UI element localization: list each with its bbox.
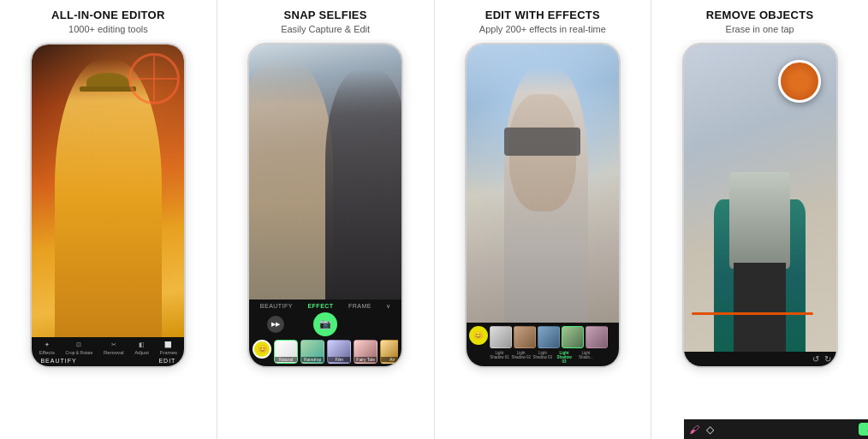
removal-label: Removal (104, 350, 124, 355)
effect-thumb-3[interactable] (538, 326, 560, 348)
panel4-subtitle: Erase in one tap (658, 24, 861, 34)
adjust-tool[interactable]: ◧ Adjust (134, 341, 149, 355)
effects-icon: ✦ (45, 341, 50, 348)
panel2-subtitle: Easily Capture & Edit (224, 24, 427, 34)
filter-film[interactable]: Film (327, 340, 351, 364)
effect-label-5: Light Shado... (576, 351, 596, 364)
panel2-camera-ui: BEAUTIFY EFFECT FRAME ∨ ▶▶ 📷 😊 (249, 300, 401, 366)
video-icon: ▶▶ (271, 321, 280, 328)
panel1-toolbar: ✦ Effects ⊡ Crop & Rotate ✂ Removal ◧ Ad… (32, 337, 184, 366)
camera-mode-tabs: BEAUTIFY EFFECT FRAME ∨ (253, 303, 398, 310)
camera-icon: 📷 (319, 318, 331, 329)
panel2-header: SNAP SELFIES Easily Capture & Edit (217, 0, 434, 39)
frame-tab[interactable]: FRAME (348, 303, 372, 310)
effect-label-4: Light Shadow 03 (554, 351, 574, 364)
frames-label: Frames (160, 350, 177, 355)
panel2-title: SNAP SELFIES (224, 9, 427, 22)
panel2-phone: BEAUTIFY EFFECT FRAME ∨ ▶▶ 📷 😊 (247, 43, 403, 368)
panel1-phone: ✦ Effects ⊡ Crop & Rotate ✂ Removal ◧ Ad… (30, 43, 186, 368)
crop-label: Crop & Rotate (66, 350, 93, 355)
effect-thumb-5[interactable] (586, 326, 608, 348)
adjust-label: Adjust (134, 350, 149, 355)
effects-label: Effects (39, 350, 55, 355)
panel-remove-objects: REMOVE OBJECTS Erase in one tap (651, 0, 868, 439)
filter-fairy-tale[interactable]: Fairy Tale (354, 340, 378, 364)
emoji-sticker[interactable]: 😊 (253, 340, 271, 359)
panel4-toolbar: 🖌 ◇ Apply ↺ ↻ (684, 352, 836, 366)
effect-label-1: Light Shadow 01 (490, 351, 509, 364)
effect-thumb-1[interactable] (490, 326, 512, 348)
undo-redo-row: ↺ ↻ (684, 354, 836, 366)
filter-raindrop-label: Raindrop (301, 357, 324, 362)
removal-tool[interactable]: ✂ Removal (104, 341, 124, 355)
sunglasses (504, 128, 580, 156)
panel3-title: EDIT WITH EFFECTS (442, 9, 645, 22)
effect-label-3: Light Shadow 03 (532, 351, 552, 364)
hat (86, 73, 129, 92)
crop-tool[interactable]: ⊡ Crop & Rotate (66, 341, 93, 355)
filter-thumbnails: 😊 Natural Raindrop Film Fairy Tale Air (253, 340, 398, 364)
panel4-title: REMOVE OBJECTS (658, 9, 861, 22)
panel2-screen: BEAUTIFY EFFECT FRAME ∨ ▶▶ 📷 😊 (249, 44, 401, 366)
toolbar-icons-row: ✦ Effects ⊡ Crop & Rotate ✂ Removal ◧ Ad… (33, 341, 182, 355)
panel-all-in-one: ALL-IN-ONE EDITOR 1000+ editing tools ✦ … (0, 0, 217, 439)
filter-natural-label: Natural (275, 357, 297, 362)
effect-items (490, 326, 608, 348)
panel3-header: EDIT WITH EFFECTS Apply 200+ effects in … (435, 0, 651, 39)
panel1-header: ALL-IN-ONE EDITOR 1000+ editing tools (0, 0, 217, 39)
panel4-photo (684, 44, 836, 352)
filter-air[interactable]: Air (380, 340, 398, 364)
beautify-section-label: BEAUTIFY (40, 358, 76, 364)
panel2-photo (249, 44, 401, 300)
panel1-screen: ✦ Effects ⊡ Crop & Rotate ✂ Removal ◧ Ad… (32, 44, 184, 366)
panel3-photo (467, 44, 619, 323)
spacer (366, 316, 383, 333)
adjust-icon: ◧ (139, 341, 145, 348)
effects-tool[interactable]: ✦ Effects (39, 341, 55, 355)
silver-jacket (729, 172, 790, 269)
more-icon[interactable]: ∨ (386, 303, 390, 310)
toolbar-sections: BEAUTIFY EDIT (33, 358, 182, 364)
panel3-screen: 😊 Light Shadow 01 Light Shadow 02 Light … (467, 44, 619, 366)
filter-fairytale-label: Fairy Tale (354, 357, 377, 362)
person-right (325, 69, 401, 299)
panel-snap-selfies: SNAP SELFIES Easily Capture & Edit BEAUT… (217, 0, 435, 439)
person-panel4 (684, 75, 836, 352)
frames-icon: ⬜ (164, 341, 172, 348)
panel3-subtitle: Apply 200+ effects in real-time (442, 24, 645, 34)
panel4-screen: 🖌 ◇ Apply ↺ ↻ (684, 44, 836, 366)
panel4-phone: 🖌 ◇ Apply ↺ ↻ (682, 43, 838, 368)
panel1-subtitle: 1000+ editing tools (7, 24, 210, 34)
filter-raindrop[interactable]: Raindrop (300, 340, 324, 364)
filter-natural[interactable]: Natural (274, 340, 298, 364)
panel1-photo (32, 44, 184, 337)
effect-label-2: Light Shadow 02 (511, 351, 531, 364)
panel3-phone: 😊 Light Shadow 01 Light Shadow 02 Light … (465, 43, 621, 368)
frames-tool[interactable]: ⬜ Frames (160, 341, 177, 355)
effect-thumb-4[interactable] (562, 326, 584, 348)
effect-thumb-2[interactable] (514, 326, 536, 348)
edit-section-label: EDIT (158, 358, 175, 364)
filter-film-label: Film (328, 357, 350, 362)
legs (734, 263, 786, 351)
ferris-wheel (128, 53, 180, 104)
capture-button[interactable]: 📷 (313, 312, 337, 336)
person-left (249, 57, 333, 300)
crop-icon: ⊡ (76, 341, 81, 348)
panel-edit-effects: EDIT WITH EFFECTS Apply 200+ effects in … (435, 0, 652, 439)
court-line (692, 312, 813, 315)
filter-air-label: Air (381, 357, 398, 362)
camera-buttons: ▶▶ 📷 (253, 312, 398, 336)
effects-emoji[interactable]: 😊 (469, 326, 488, 345)
beautify-tab[interactable]: BEAUTIFY (260, 303, 293, 310)
removal-icon: ✂ (111, 341, 116, 348)
panel4-header: REMOVE OBJECTS Erase in one tap (651, 0, 868, 39)
effect-tab[interactable]: EFFECT (307, 303, 333, 310)
panel1-title: ALL-IN-ONE EDITOR (7, 9, 210, 22)
redo-icon[interactable]: ↻ (824, 354, 831, 364)
panel3-effects-bar: 😊 Light Shadow 01 Light Shadow 02 Light … (467, 323, 619, 366)
undo-icon[interactable]: ↺ (812, 354, 819, 364)
video-button[interactable]: ▶▶ (267, 316, 284, 333)
effects-thumbnails: 😊 (469, 326, 616, 348)
effect-labels: Light Shadow 01 Light Shadow 02 Light Sh… (469, 351, 616, 364)
